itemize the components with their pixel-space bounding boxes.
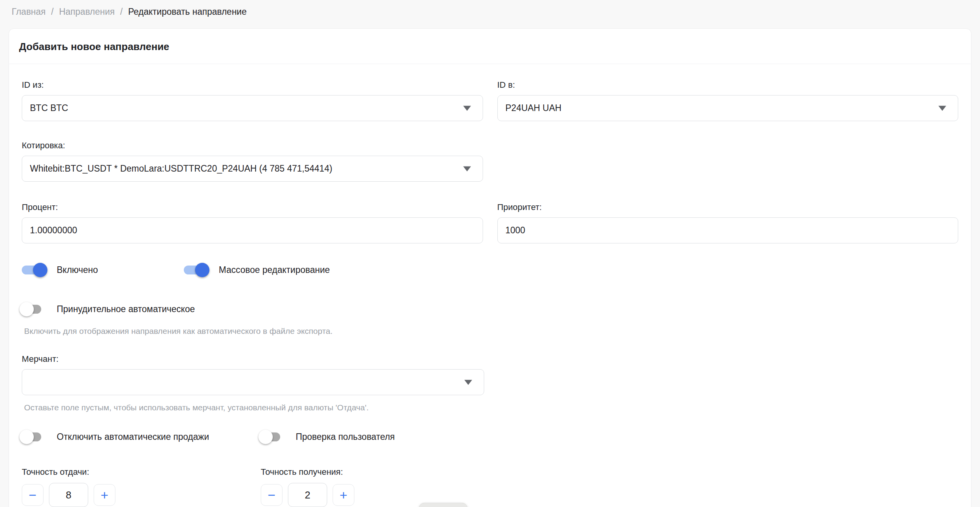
dropdown-arrow-icon — [463, 106, 471, 111]
quote-value: Whitebit:BTC_USDT * DemoLara:USDTTRC20_P… — [30, 163, 332, 174]
dropdown-arrow-icon — [938, 106, 946, 111]
toggle-group-user-verification: Проверка пользователя — [261, 430, 395, 444]
forced-auto-toggle[interactable] — [22, 302, 47, 316]
toggle-group-mass-edit: Массовое редактирование — [184, 263, 330, 277]
merchant-label: Мерчант: — [22, 354, 484, 365]
precision-give-stepper: − + — [22, 483, 261, 507]
enabled-toggle[interactable] — [22, 263, 47, 277]
row-toggles-main: Включено Массовое редактирование — [22, 263, 958, 277]
toggle-group-forced-auto: Принудительное автоматическое — [22, 302, 195, 316]
row-toggles-secondary: Отключить автоматические продажи Проверк… — [22, 430, 958, 444]
breadcrumb-separator: / — [51, 6, 54, 17]
quote-label: Котировка: — [22, 140, 483, 151]
percent-input[interactable] — [22, 217, 483, 243]
row-ids: ID из: BTC BTC ID в: P24UAH UAH — [22, 80, 958, 121]
field-priority: Приоритет: — [497, 202, 959, 243]
disable-auto-sales-toggle-label: Отключить автоматические продажи — [57, 432, 209, 442]
id-from-value: BTC BTC — [30, 103, 68, 113]
field-merchant: Мерчант: Оставьте поле пустым, чтобы исп… — [22, 354, 484, 413]
user-verification-toggle[interactable] — [261, 430, 286, 444]
forced-auto-toggle-label: Принудительное автоматическое — [57, 304, 195, 314]
mass-edit-toggle-label: Массовое редактирование — [219, 265, 330, 275]
minus-icon: − — [268, 488, 276, 503]
priority-input[interactable] — [497, 217, 959, 243]
toggle-knob — [19, 302, 34, 316]
precision-get-stepper: − + — [261, 483, 354, 507]
precision-get-value[interactable] — [288, 483, 327, 507]
minus-icon: − — [29, 488, 37, 503]
precision-get-label: Точность получения: — [261, 467, 354, 477]
precision-give-value[interactable] — [49, 483, 88, 507]
precision-get-plus-button[interactable]: + — [333, 484, 354, 506]
user-verification-toggle-label: Проверка пользователя — [296, 432, 395, 442]
precision-get-minus-button[interactable]: − — [261, 484, 282, 506]
field-id-from: ID из: BTC BTC — [22, 80, 483, 121]
precision-give-group: Точность отдачи: − + — [22, 467, 261, 507]
precision-give-label: Точность отдачи: — [22, 467, 261, 477]
field-percent: Процент: — [22, 202, 483, 243]
breadcrumb-home[interactable]: Главная — [12, 6, 46, 17]
toggle-knob — [195, 263, 209, 277]
id-from-label: ID из: — [22, 80, 483, 90]
dropdown-arrow-icon — [464, 380, 472, 385]
id-to-value: P24UAH UAH — [506, 103, 561, 113]
mass-edit-toggle[interactable] — [184, 263, 209, 277]
disable-auto-sales-toggle[interactable] — [22, 430, 47, 444]
toggle-knob — [19, 430, 34, 444]
toggle-knob — [33, 263, 47, 277]
quote-select[interactable]: Whitebit:BTC_USDT * DemoLara:USDTTRC20_P… — [22, 156, 483, 182]
priority-label: Приоритет: — [497, 202, 959, 213]
empty-cell — [497, 140, 959, 182]
dropdown-arrow-icon — [463, 166, 471, 171]
card-body: ID из: BTC BTC ID в: P24UAH UAH — [9, 64, 971, 507]
field-id-to: ID в: P24UAH UAH — [497, 80, 959, 121]
row-quote: Котировка: Whitebit:BTC_USDT * DemoLara:… — [22, 140, 958, 182]
card-header: Добавить новое направление — [9, 29, 971, 64]
merchant-hint: Оставьте поле пустым, чтобы использовать… — [24, 402, 484, 413]
merchant-select[interactable] — [22, 369, 484, 395]
row-precision: Точность отдачи: − + Точность получения: — [22, 467, 958, 507]
card-title: Добавить новое направление — [19, 41, 960, 53]
id-to-select[interactable]: P24UAH UAH — [497, 95, 959, 121]
row-toggle-forced-auto: Принудительное автоматическое — [22, 302, 958, 316]
id-to-label: ID в: — [497, 80, 959, 90]
plus-icon: + — [101, 488, 108, 503]
precision-give-plus-button[interactable]: + — [94, 484, 115, 506]
add-direction-card: Добавить новое направление ID из: BTC BT… — [9, 28, 971, 507]
breadcrumb: Главная / Направления / Редактировать на… — [0, 0, 980, 17]
toggle-group-disable-auto-sales: Отключить автоматические продажи — [22, 430, 261, 444]
submit-button[interactable] — [419, 503, 467, 507]
plus-icon: + — [340, 488, 347, 503]
forced-auto-hint: Включить для отображения направления как… — [24, 326, 958, 336]
precision-get-group: Точность получения: − + — [261, 467, 354, 507]
breadcrumb-separator: / — [120, 6, 122, 17]
breadcrumb-directions[interactable]: Направления — [59, 6, 115, 17]
percent-label: Процент: — [22, 202, 483, 213]
toggle-group-enabled: Включено — [22, 263, 184, 277]
enabled-toggle-label: Включено — [57, 265, 98, 275]
toggle-knob — [258, 430, 273, 444]
page: Главная / Направления / Редактировать на… — [0, 0, 980, 507]
id-from-select[interactable]: BTC BTC — [22, 95, 483, 121]
breadcrumb-current: Редактировать направление — [128, 6, 247, 17]
row-percent-priority: Процент: Приоритет: — [22, 202, 958, 243]
precision-give-minus-button[interactable]: − — [22, 484, 44, 506]
field-quote: Котировка: Whitebit:BTC_USDT * DemoLara:… — [22, 140, 483, 182]
